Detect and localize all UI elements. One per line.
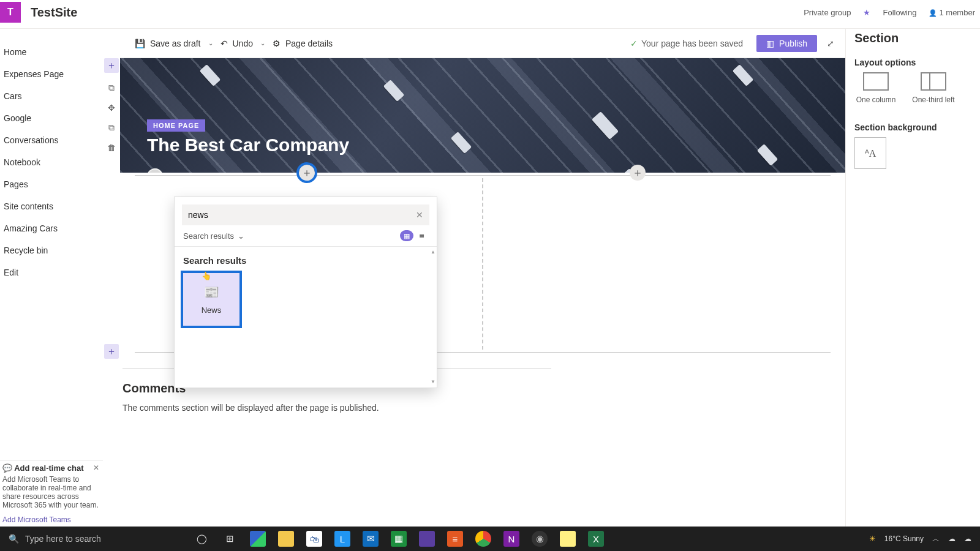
section-delete-icon[interactable]: 🗑 <box>107 143 116 152</box>
nav-cars[interactable]: Cars <box>0 85 103 107</box>
obs-icon[interactable]: ◉ <box>532 531 548 547</box>
page-topic-badge[interactable]: HOME PAGE <box>147 119 205 132</box>
store-icon[interactable]: 🛍 <box>306 531 322 547</box>
app-icon-2[interactable]: ▦ <box>391 531 407 547</box>
layout-options-label: Layout options <box>854 58 980 67</box>
onedrive-tray-icon[interactable]: ☁ <box>948 534 956 543</box>
edge-icon[interactable] <box>250 531 266 547</box>
site-name[interactable]: TestSite <box>31 6 77 20</box>
app-icon-4[interactable]: ≡ <box>447 531 463 547</box>
section-layout-icon[interactable]: ⧉ <box>108 83 115 93</box>
undo-button[interactable]: ↶ Undo <box>217 36 257 51</box>
saved-status: Your page has been saved <box>641 39 743 48</box>
filter-chevron-icon[interactable]: ⌄ <box>238 231 244 241</box>
news-icon: 📰 <box>204 285 219 299</box>
teams-chat-promo: ✕ 💬 Add real-time chat Add Microsoft Tea… <box>0 460 103 527</box>
file-explorer-icon[interactable] <box>278 531 294 547</box>
nav-home[interactable]: Home <box>0 41 103 63</box>
scroll-down-icon[interactable]: ▼ <box>431 379 435 385</box>
taskbar-search[interactable]: 🔍 Type here to search <box>0 534 190 544</box>
undo-label: Undo <box>233 39 253 48</box>
nav-google[interactable]: Google <box>0 107 103 129</box>
scroll-up-icon[interactable]: ▲ <box>431 249 435 255</box>
list-view-toggle[interactable]: ≣ <box>415 230 428 241</box>
chat-icon: 💬 <box>2 463 12 473</box>
nav-notebook[interactable]: Notebook <box>0 151 103 173</box>
cursor-icon: 👆 <box>202 271 211 280</box>
clear-search-icon[interactable]: ✕ <box>416 210 423 220</box>
grid-view-toggle[interactable]: ▦ <box>400 230 413 241</box>
section-panel-title: Section <box>854 29 980 51</box>
section-bg-label: Section background <box>854 122 980 132</box>
results-filter-label[interactable]: Search results <box>183 231 234 241</box>
site-navigation: Home Expenses Page Cars Google Conversat… <box>0 29 103 527</box>
excel-icon[interactable]: X <box>588 531 604 547</box>
save-draft-label: Save as draft <box>150 39 201 48</box>
publish-button[interactable]: ▥ Publish <box>756 35 817 52</box>
one-third-left-icon <box>921 72 946 91</box>
nav-recycle-bin[interactable]: Recycle bin <box>0 239 103 261</box>
weather-text[interactable]: 16°C Sunny <box>884 534 924 543</box>
expand-canvas-icon[interactable]: ⤢ <box>827 39 834 48</box>
layout-one-third-left[interactable]: One-third left <box>912 72 955 104</box>
gear-icon: ⚙ <box>273 39 281 48</box>
search-icon: 🔍 <box>9 534 19 544</box>
cortana-icon[interactable]: ◯ <box>194 531 209 547</box>
layout-one-column[interactable]: One column <box>854 72 897 104</box>
results-header: Search results <box>183 255 428 266</box>
comments-note: The comments section will be displayed a… <box>123 403 831 413</box>
page-header[interactable]: HOME PAGE The Best Car Company Henry Leg… <box>120 58 845 173</box>
page-title[interactable]: The Best Car Company <box>147 135 349 156</box>
members-count[interactable]: 1 member <box>929 8 975 17</box>
mail-icon[interactable]: ✉ <box>363 531 379 547</box>
sticky-notes-icon[interactable] <box>560 531 576 547</box>
chat-promo-title: Add real-time chat <box>14 463 83 473</box>
webpart-news-label: News <box>202 305 222 315</box>
section-column-2[interactable] <box>483 178 845 350</box>
webpart-picker: ✕ Search results ⌄ ▦ ≣ <box>174 197 437 388</box>
section-move-icon[interactable]: ✥ <box>108 103 115 113</box>
one-column-icon <box>863 72 889 91</box>
tray-chevron-icon[interactable]: ︿ <box>932 534 940 544</box>
onenote-icon[interactable]: N <box>503 531 519 547</box>
site-privacy[interactable]: Private group <box>804 8 851 17</box>
undo-menu-chevron-icon[interactable]: ⌄ <box>260 40 265 47</box>
section-tools: ＋ ⧉ ✥ ⧉ 🗑 <box>103 29 120 527</box>
following-star-icon[interactable]: ★ <box>863 8 870 17</box>
save-menu-chevron-icon[interactable]: ⌄ <box>208 40 213 47</box>
save-draft-button[interactable]: 💾 Save as draft <box>131 36 205 51</box>
nav-pages[interactable]: Pages <box>0 173 103 195</box>
onedrive-tray-icon-2[interactable]: ☁ <box>964 534 971 543</box>
section-properties-panel: Section Layout options One column One-th… <box>845 29 980 527</box>
following-label[interactable]: Following <box>883 8 916 17</box>
app-icon-3[interactable] <box>419 531 435 547</box>
page-author[interactable]: Henry Legge <box>147 168 221 173</box>
one-column-label: One column <box>856 96 896 104</box>
task-view-icon[interactable]: ⊞ <box>222 531 238 547</box>
add-teams-link[interactable]: Add Microsoft Teams <box>2 515 100 524</box>
page-details-button[interactable]: ⚙ Page details <box>269 36 336 51</box>
publish-label: Publish <box>779 39 807 48</box>
section-top-divider <box>135 175 831 176</box>
add-section-button[interactable]: ＋ <box>104 58 119 73</box>
webpart-search-input[interactable] <box>188 210 416 220</box>
nav-conversations[interactable]: Conversations <box>0 129 103 151</box>
chat-promo-body: Add Microsoft Teams to collaborate in re… <box>2 475 100 509</box>
page-command-bar: 💾 Save as draft ⌄ ↶ Undo ⌄ ⚙ Page detail… <box>120 29 845 58</box>
app-icon-1[interactable]: L <box>334 531 350 547</box>
nav-amazing-cars[interactable]: Amazing Cars <box>0 217 103 239</box>
section-copy-icon[interactable]: ⧉ <box>108 122 115 133</box>
close-promo-icon[interactable]: ✕ <box>93 463 99 472</box>
check-icon: ✓ <box>630 39 638 48</box>
chrome-icon[interactable] <box>475 531 491 547</box>
site-logo[interactable]: T <box>0 2 21 23</box>
add-section-below-button[interactable]: ＋ <box>104 344 119 359</box>
nav-site-contents[interactable]: Site contents <box>0 195 103 217</box>
section-column-1[interactable]: ✕ Search results ⌄ ▦ ≣ <box>120 178 482 350</box>
webpart-news[interactable]: 📰 News 👆 <box>183 273 239 326</box>
nav-expenses[interactable]: Expenses Page <box>0 63 103 85</box>
picker-scrollbar[interactable]: ▲ ▼ <box>431 249 435 385</box>
section-bg-none[interactable]: ᴬA <box>854 137 886 169</box>
nav-edit[interactable]: Edit <box>0 261 103 283</box>
author-avatar <box>147 168 163 173</box>
